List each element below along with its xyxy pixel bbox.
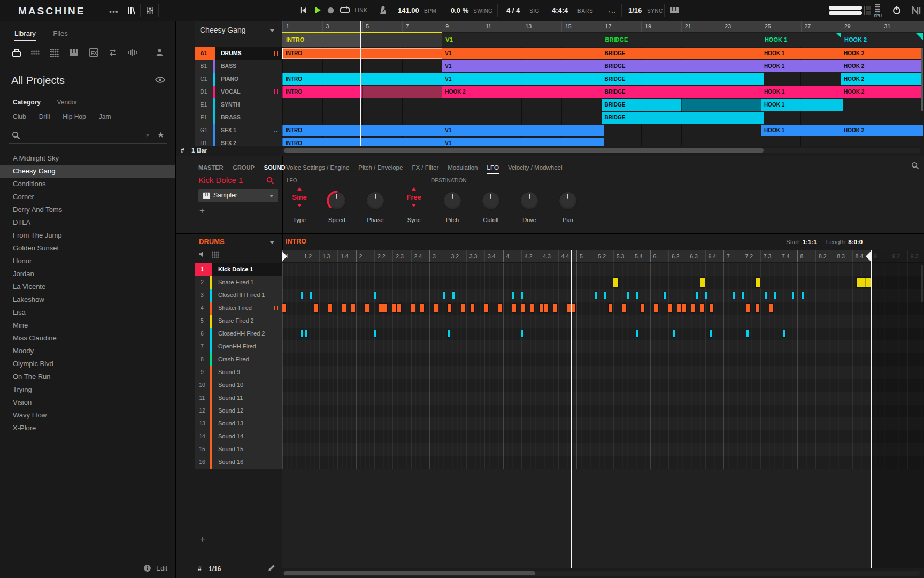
note-event[interactable] bbox=[448, 330, 450, 337]
note-event[interactable] bbox=[595, 292, 597, 299]
track-mute-icon[interactable] bbox=[274, 51, 278, 56]
clip-bridge[interactable]: BRIDGE bbox=[602, 73, 764, 85]
clip-bridge[interactable]: BRIDGE bbox=[602, 86, 764, 98]
cutoff-knob[interactable] bbox=[482, 192, 500, 210]
note-event[interactable] bbox=[783, 330, 786, 337]
note-event[interactable] bbox=[746, 304, 750, 312]
pattern-row[interactable] bbox=[282, 276, 924, 290]
note-event[interactable] bbox=[668, 304, 672, 312]
note-event[interactable] bbox=[677, 304, 681, 312]
pattern-row[interactable] bbox=[282, 340, 924, 354]
note-event[interactable] bbox=[553, 304, 557, 312]
track-lane[interactable]: INTROV1HOOK 1HOOK 2 bbox=[282, 124, 920, 138]
channel-tab-group[interactable]: GROUP bbox=[233, 164, 254, 171]
clip-intro[interactable]: INTRO bbox=[282, 73, 444, 85]
project-dropdown[interactable]: Cheesy Gang bbox=[200, 26, 246, 34]
project-item[interactable]: Lakeshow bbox=[0, 293, 175, 306]
pattern-grid-value[interactable]: 1/16 bbox=[209, 565, 221, 573]
project-item[interactable]: Conditions bbox=[0, 178, 175, 191]
track-header-sfx-1[interactable]: G1 SFX 1.. bbox=[195, 124, 282, 138]
note-event[interactable] bbox=[392, 304, 396, 312]
sound-row-shaker-fired[interactable]: 4 Shaker Fired bbox=[195, 302, 282, 315]
project-item[interactable]: On The Run bbox=[0, 370, 175, 383]
clip-bridge[interactable]: BRIDGE bbox=[602, 60, 764, 72]
note-event[interactable] bbox=[365, 304, 369, 312]
track-lane[interactable]: INTROV1BRIDGEHOOK 1HOOK 2 bbox=[282, 47, 920, 60]
clip-v1[interactable]: V1 bbox=[442, 138, 604, 146]
note-event[interactable] bbox=[774, 292, 776, 299]
note-event[interactable] bbox=[733, 292, 735, 299]
note-event[interactable] bbox=[301, 330, 303, 337]
note-event[interactable] bbox=[802, 292, 804, 299]
clip-hook-2[interactable]: HOOK 2 bbox=[841, 73, 923, 85]
note-event[interactable] bbox=[682, 304, 686, 312]
clip-v1[interactable]: V1 bbox=[442, 60, 604, 72]
note-event[interactable] bbox=[383, 304, 387, 312]
note-event[interactable] bbox=[521, 330, 523, 337]
note-event[interactable] bbox=[664, 292, 666, 299]
track-header-synth[interactable]: E1 SYNTH bbox=[195, 98, 282, 112]
keyboard-icon[interactable] bbox=[669, 6, 679, 14]
grid-icon[interactable]: # bbox=[181, 147, 184, 154]
note-event[interactable] bbox=[636, 292, 638, 299]
note-event[interactable] bbox=[282, 304, 286, 312]
project-item[interactable]: Lisa bbox=[0, 306, 175, 319]
sound-row-sound-16[interactable]: 16 Sound 16 bbox=[195, 456, 282, 469]
drive-knob[interactable] bbox=[520, 192, 538, 210]
clip-bridge[interactable]: BRIDGE bbox=[602, 112, 764, 124]
note-event[interactable] bbox=[374, 292, 376, 299]
note-event[interactable] bbox=[443, 292, 445, 299]
note-event[interactable] bbox=[374, 330, 376, 337]
sound-search-icon[interactable] bbox=[266, 177, 274, 185]
clip-hook-2[interactable]: HOOK 2 bbox=[841, 60, 923, 72]
samples-icon[interactable] bbox=[128, 48, 137, 57]
note-event[interactable] bbox=[342, 304, 346, 312]
note-event[interactable] bbox=[498, 304, 502, 312]
note-event[interactable] bbox=[609, 304, 612, 312]
metronome-icon[interactable] bbox=[379, 5, 388, 16]
pattern-grid-icon[interactable]: # bbox=[198, 565, 202, 573]
sound-row-sound-14[interactable]: 14 Sound 14 bbox=[195, 430, 282, 444]
note-event[interactable] bbox=[742, 292, 744, 299]
note-event[interactable] bbox=[705, 292, 707, 299]
filter-chip-club[interactable]: Club bbox=[13, 113, 26, 120]
project-item[interactable]: Honor bbox=[0, 255, 175, 268]
start-value[interactable]: 1:1:1 bbox=[803, 239, 817, 245]
note-event[interactable] bbox=[700, 304, 704, 312]
arranger-vscrollbar-thumb[interactable] bbox=[921, 48, 923, 111]
arranger-hscrollbar-thumb[interactable] bbox=[284, 148, 764, 153]
edit-button[interactable]: Edit bbox=[156, 565, 167, 572]
sound-row-kick-dolce-1[interactable]: 1 Kick Dolce 1 bbox=[195, 263, 282, 277]
sound-row-closedhh-fired-2[interactable]: 6 ClosedHH Fired 2 bbox=[195, 328, 282, 341]
note-event[interactable] bbox=[301, 292, 303, 299]
clip-hook-2[interactable]: HOOK 2 bbox=[841, 125, 923, 136]
note-event[interactable] bbox=[604, 292, 606, 299]
tab-library[interactable]: Library bbox=[14, 29, 36, 41]
note-event[interactable] bbox=[673, 330, 675, 337]
clip-bridge[interactable]: BRIDGE bbox=[602, 48, 764, 59]
pattern-name[interactable]: INTRO bbox=[286, 238, 306, 245]
pattern-grid[interactable] bbox=[282, 263, 924, 469]
note-event[interactable] bbox=[710, 304, 713, 312]
section-hook-1[interactable]: HOOK 1 bbox=[761, 33, 843, 47]
track-lane[interactable]: INTROV1BRIDGEHOOK 2 bbox=[282, 73, 920, 86]
project-item[interactable]: Derry And Toms bbox=[0, 203, 175, 216]
project-item[interactable]: Mine bbox=[0, 319, 175, 332]
section-intro[interactable]: INTRO bbox=[282, 33, 444, 47]
sound-row-sound-11[interactable]: 11 Sound 11 bbox=[195, 392, 282, 405]
sync-value[interactable]: 1/16 bbox=[628, 6, 642, 14]
pan-knob[interactable] bbox=[559, 192, 577, 210]
sound-row-snare-fired-2[interactable]: 5 Snare Fired 2 bbox=[195, 315, 282, 328]
length-value[interactable]: 8:0:0 bbox=[848, 239, 863, 245]
note-event[interactable] bbox=[448, 304, 451, 312]
loop-button[interactable] bbox=[340, 6, 350, 14]
filter-tab-category[interactable]: Category bbox=[13, 98, 41, 106]
user-icon[interactable] bbox=[155, 48, 164, 57]
mixer-toggle-icon[interactable] bbox=[145, 6, 155, 15]
clip-hook-2[interactable]: HOOK 2 bbox=[841, 48, 923, 59]
bars-value[interactable]: 4:4:4 bbox=[552, 6, 568, 14]
note-event[interactable] bbox=[471, 304, 474, 312]
note-event[interactable] bbox=[567, 304, 571, 312]
note-event[interactable] bbox=[756, 304, 759, 312]
clip-intro[interactable]: INTRO bbox=[282, 86, 365, 98]
